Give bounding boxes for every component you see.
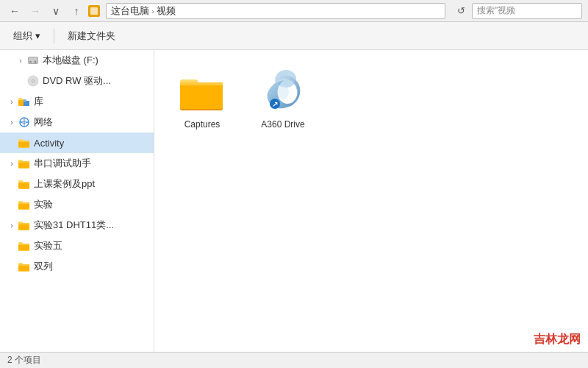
svg-rect-41 (18, 264, 29, 266)
titlebar: ← → ∨ ↑ 这台电脑 › 视频 ↺ 搜索"视频 (0, 0, 588, 22)
new-folder-button[interactable]: 新建文件夹 (62, 26, 121, 46)
dvd-icon-dvd-rw (26, 74, 40, 88)
tree-label-library: 库 (34, 95, 43, 108)
folder-icon-serial-debug (18, 157, 31, 170)
up-button[interactable]: ↑ (68, 2, 85, 20)
svg-rect-10 (24, 101, 29, 106)
svg-rect-46 (180, 82, 223, 85)
tree-item-local-disk-f[interactable]: › 本地磁盘 (F:) (0, 50, 154, 71)
dropdown-button[interactable]: ∨ (47, 2, 65, 20)
address-bar[interactable]: 这台电脑 › 视频 (106, 3, 445, 19)
toolbar-divider (54, 29, 54, 43)
tree-label-network: 网络 (34, 116, 53, 129)
breadcrumb-computer[interactable]: 这台电脑 (111, 4, 149, 18)
tree-item-activity[interactable]: Activity (0, 132, 154, 153)
expand-icon-network[interactable]: › (6, 116, 18, 128)
refresh-button[interactable]: ↺ (453, 3, 469, 19)
a360-icon: ↗ (259, 69, 306, 116)
svg-point-7 (32, 80, 34, 82)
organize-button[interactable]: 组织 ▾ (7, 26, 46, 46)
svg-rect-45 (180, 82, 223, 109)
statusbar: 2 个项目 (0, 352, 588, 368)
captures-icon (179, 69, 226, 116)
tree-item-double-row[interactable]: 双列 (0, 256, 154, 277)
tree-item-experiment[interactable]: 实验 (0, 194, 154, 215)
captures-label: Captures (184, 119, 220, 130)
breadcrumb: 这台电脑 › 视频 (111, 4, 176, 18)
expand-icon-local-disk-f[interactable]: › (15, 54, 26, 66)
tree-item-network[interactable]: › 网络 (0, 112, 154, 132)
svg-rect-33 (18, 223, 29, 224)
tree-label-exp31: 实验31 DHT11类... (34, 219, 114, 232)
tree-label-serial-debug: 串口调试助手 (34, 157, 91, 170)
back-button[interactable]: ← (6, 2, 24, 20)
svg-rect-3 (29, 61, 32, 63)
a360-label: A360 Drive (261, 119, 304, 130)
folder-icon-activity (18, 136, 31, 149)
breadcrumb-separator-1: › (151, 7, 154, 15)
organize-label: 组织 ▾ (13, 29, 40, 43)
expand-icon-dvd-rw (15, 75, 26, 87)
folder-icon-lesson-cases (18, 177, 31, 191)
svg-rect-37 (18, 244, 29, 245)
tree-item-library[interactable]: › 库 (0, 91, 154, 112)
new-folder-label: 新建文件夹 (68, 29, 115, 43)
svg-rect-17 (18, 141, 29, 142)
right-panel: Captures (154, 50, 588, 352)
tree-item-exp5[interactable]: 实验五 (0, 236, 154, 256)
tree-label-exp5: 实验五 (34, 239, 62, 252)
left-panel[interactable]: › 本地磁盘 (F:) DVD RW 驱动...› 库› 网络 Activity… (0, 50, 154, 352)
file-item-captures[interactable]: Captures (169, 65, 235, 134)
expand-icon-serial-debug[interactable]: › (6, 158, 18, 169)
folder-icon-double-row (18, 260, 31, 273)
svg-rect-0 (90, 7, 98, 15)
svg-rect-25 (18, 182, 29, 183)
tree-item-serial-debug[interactable]: › 串口调试助手 (0, 153, 154, 174)
svg-rect-11 (24, 99, 26, 102)
file-icon (88, 5, 100, 17)
expand-icon-library[interactable]: › (6, 96, 18, 107)
drive-icon-local-disk-f (26, 54, 40, 67)
svg-point-48 (277, 85, 289, 99)
statusbar-text: 2 个项目 (7, 354, 41, 367)
forward-button[interactable]: → (26, 2, 44, 20)
tree-item-dvd-rw[interactable]: DVD RW 驱动... (0, 71, 154, 91)
network-icon-network (18, 116, 31, 129)
library-icon-library (18, 95, 31, 108)
tree-label-double-row: 双列 (34, 260, 53, 273)
tree-label-activity: Activity (34, 138, 64, 149)
svg-rect-9 (18, 98, 22, 100)
expand-icon-experiment (6, 199, 18, 210)
expand-icon-exp5 (6, 240, 18, 252)
tree-label-local-disk-f: 本地磁盘 (F:) (43, 54, 98, 67)
expand-icon-double-row (6, 261, 18, 272)
folder-icon-exp5 (18, 239, 31, 252)
svg-rect-29 (18, 202, 29, 204)
svg-rect-21 (18, 161, 29, 163)
toolbar: 组织 ▾ 新建文件夹 (0, 22, 588, 50)
file-item-a360drive[interactable]: ↗ A360 Drive (250, 65, 316, 134)
breadcrumb-videos[interactable]: 视频 (157, 4, 176, 18)
tree-item-exp31[interactable]: › 实验31 DHT11类... (0, 215, 154, 236)
tree-label-experiment: 实验 (34, 198, 53, 211)
expand-icon-exp31[interactable]: › (6, 219, 18, 231)
svg-point-4 (35, 61, 37, 63)
watermark: 吉林龙网 (534, 332, 581, 347)
tree-label-dvd-rw: DVD RW 驱动... (43, 74, 111, 88)
expand-icon-activity (6, 137, 18, 149)
folder-icon-experiment (18, 198, 31, 211)
expand-icon-lesson-cases (6, 178, 18, 190)
tree-item-lesson-cases[interactable]: 上课案例及ppt (0, 174, 154, 194)
folder-icon-exp31 (18, 219, 31, 232)
svg-text:↗: ↗ (272, 100, 278, 108)
search-bar[interactable]: 搜索"视频 (472, 3, 582, 19)
search-placeholder: 搜索"视频 (477, 4, 515, 17)
main-area: › 本地磁盘 (F:) DVD RW 驱动...› 库› 网络 Activity… (0, 50, 588, 352)
tree-label-lesson-cases: 上课案例及ppt (34, 177, 95, 191)
